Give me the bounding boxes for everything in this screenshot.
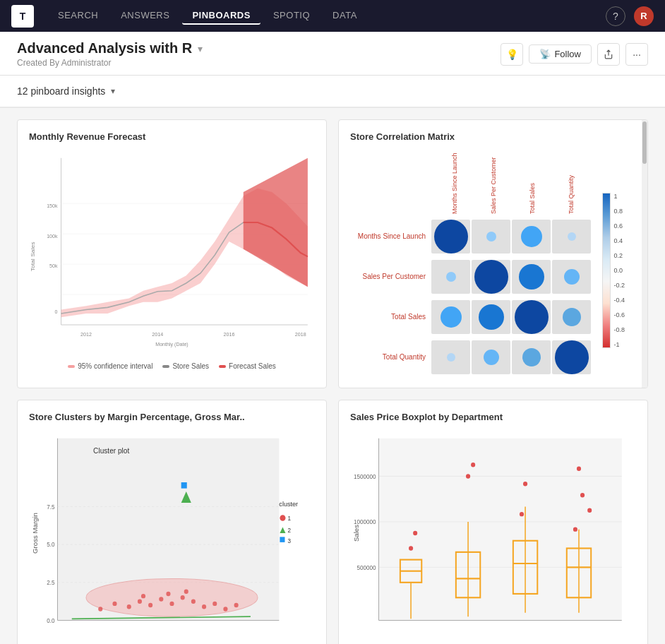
svg-text:1000000: 1000000	[354, 518, 376, 525]
corr-cell-2-1	[472, 300, 510, 334]
scale-label-n02: -0.2	[613, 282, 625, 289]
svg-text:3: 3	[288, 537, 292, 544]
store-correlation-card: Store Correlation Matrix Months Since La…	[338, 119, 648, 388]
insights-chevron-icon[interactable]: ▾	[111, 86, 115, 96]
scale-label-06: 0.6	[613, 222, 625, 229]
sales-boxplot-chart: Sales 500000 1000000 1500000	[350, 431, 636, 643]
title-dropdown-icon[interactable]: ▾	[198, 43, 203, 54]
svg-text:0.0: 0.0	[47, 617, 55, 624]
svg-point-30	[86, 578, 258, 616]
nav-items: Search Answers Pinboards SpotIQ Data	[48, 7, 606, 25]
app-logo[interactable]: T	[11, 5, 34, 28]
svg-text:2: 2	[288, 527, 292, 534]
legend-confidence: 95% confidence interval	[68, 362, 152, 370]
svg-text:Gross Margin: Gross Margin	[31, 513, 39, 554]
svg-text:cluster: cluster	[279, 500, 298, 508]
scale-label-02: 0.2	[613, 252, 625, 259]
svg-point-51	[280, 515, 285, 521]
svg-rect-57	[379, 439, 622, 621]
svg-point-45	[166, 592, 170, 596]
svg-text:5.0: 5.0	[47, 541, 55, 548]
svg-point-42	[223, 607, 227, 611]
svg-text:2012: 2012	[80, 331, 92, 338]
svg-text:1500000: 1500000	[354, 472, 376, 479]
page-header: Advanced Analysis with R ▾ Created By Ad…	[0, 32, 665, 76]
nav-search[interactable]: Search	[48, 7, 108, 25]
nav-spotiq[interactable]: SpotIQ	[263, 7, 320, 25]
legend-store-sales: Store Sales	[162, 362, 209, 370]
follow-icon: 📡	[539, 49, 551, 59]
corr-cell-1-3	[552, 260, 591, 294]
card-scrollbar[interactable]	[642, 120, 647, 388]
svg-text:100k: 100k	[47, 232, 58, 239]
legend-forecast-sales: Forecast Sales	[219, 362, 276, 370]
user-avatar[interactable]: R	[634, 6, 654, 26]
svg-point-36	[159, 597, 163, 601]
more-options-button[interactable]: ···	[625, 43, 648, 66]
monthly-revenue-title: Monthly Revenue Forecast	[29, 131, 315, 142]
corr-cell-3-1	[472, 340, 510, 374]
store-clusters-chart: Cluster plot Gross Margin 0.0 2.5 5.0 7.…	[29, 431, 315, 643]
forecast-legend: 95% confidence interval Store Sales Fore…	[29, 362, 315, 370]
svg-marker-8	[244, 158, 308, 287]
nav-pinboards[interactable]: Pinboards	[182, 7, 260, 25]
svg-text:Cluster plot: Cluster plot	[93, 447, 129, 455]
corr-row-0: Months Since Launch	[350, 232, 431, 240]
page-title-area: Advanced Analysis with R ▾ Created By Ad…	[17, 40, 203, 68]
svg-point-33	[127, 604, 131, 609]
svg-text:Monthly (Date): Monthly (Date)	[155, 341, 188, 347]
svg-point-35	[148, 603, 152, 607]
corr-row-1: Sales Per Customer	[350, 273, 431, 280]
svg-point-34	[138, 599, 142, 603]
svg-text:7.5: 7.5	[47, 503, 55, 510]
svg-point-38	[181, 595, 185, 600]
svg-point-39	[191, 599, 196, 603]
sales-boxplot-title: Sales Price Boxplot by Department	[350, 412, 636, 422]
svg-point-32	[112, 602, 116, 606]
lightbulb-button[interactable]: 💡	[501, 43, 523, 66]
svg-point-40	[202, 604, 206, 609]
corr-cell-2-0	[431, 300, 470, 334]
legend-store-label: Store Sales	[172, 362, 209, 370]
svg-point-86	[413, 531, 417, 535]
svg-text:500000: 500000	[357, 564, 376, 571]
svg-text:150k: 150k	[47, 202, 58, 208]
color-scale-labels: 1 0.8 0.6 0.4 0.2 0.0 -0.2 -0.4 -0.6 -0.…	[613, 193, 625, 348]
corr-cell-3-0	[431, 340, 470, 374]
follow-button[interactable]: 📡 Follow	[529, 44, 592, 64]
svg-point-82	[520, 512, 524, 516]
corr-cell-2-3	[552, 300, 591, 334]
svg-point-46	[184, 589, 188, 593]
share-button[interactable]	[597, 43, 620, 66]
scale-label-08: 0.8	[613, 208, 625, 215]
help-button[interactable]: ?	[606, 6, 625, 26]
store-clusters-card: Store Clusters by Margin Percentage, Gro…	[17, 400, 327, 644]
svg-text:Sales: Sales	[352, 525, 360, 542]
nav-data[interactable]: Data	[323, 7, 367, 25]
color-scale-bar	[602, 193, 611, 348]
corr-cell-0-0	[431, 220, 470, 254]
monthly-revenue-chart: Total Sales 2012 2014 2	[29, 150, 315, 376]
insights-bar: 12 pinboard insights ▾	[0, 76, 665, 108]
insights-count: 12 pinboard insights	[17, 85, 105, 97]
svg-text:0: 0	[55, 309, 58, 315]
svg-point-83	[577, 466, 581, 470]
corr-cell-1-1	[472, 260, 510, 294]
svg-text:1: 1	[288, 515, 292, 522]
corr-row-3: Total Quantity	[350, 353, 431, 361]
svg-point-80	[471, 463, 475, 467]
header-actions: 💡 📡 Follow ···	[501, 43, 648, 66]
color-scale: 1 0.8 0.6 0.4 0.2 0.0 -0.2 -0.4 -0.6 -0.…	[602, 150, 625, 376]
svg-text:Total Sales: Total Sales	[29, 242, 36, 271]
top-nav: T Search Answers Pinboards SpotIQ Data ?…	[0, 0, 665, 32]
svg-point-84	[580, 493, 585, 497]
svg-point-87	[573, 527, 577, 531]
svg-point-31	[98, 607, 102, 611]
scale-label-n06: -0.6	[613, 311, 625, 318]
corr-col-1: Sales Per Customer	[474, 150, 513, 214]
svg-point-81	[523, 482, 527, 486]
corr-col-2: Total Sales	[513, 150, 551, 214]
nav-answers[interactable]: Answers	[111, 7, 179, 25]
sales-boxplot-card: Sales Price Boxplot by Department Sales …	[338, 400, 648, 644]
scale-label-n1: -1	[613, 341, 625, 348]
